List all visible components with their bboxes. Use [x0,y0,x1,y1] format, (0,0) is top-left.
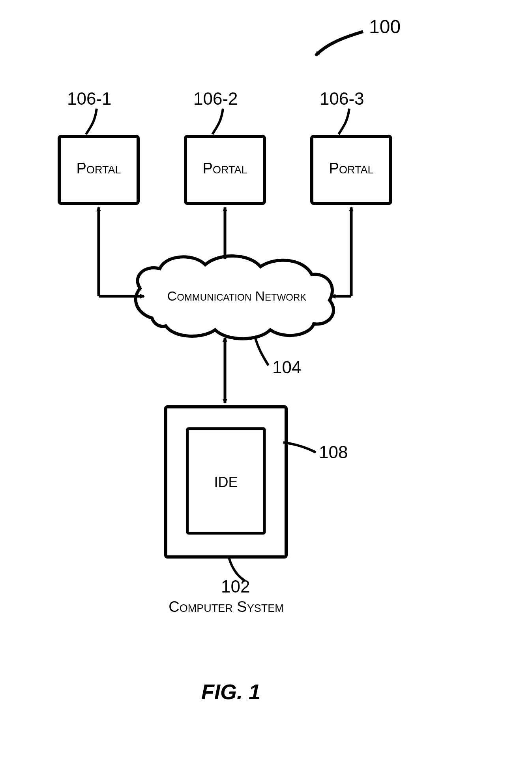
network-ref: 104 [272,357,301,377]
diagram-svg [0,0,532,775]
system-architecture-diagram: 100 106-1 106-2 106-3 Portal Portal Port… [0,0,532,775]
portal3-ref: 106-3 [320,89,364,109]
figure-caption: FIG. 1 [201,679,260,704]
portal3-label: Portal [324,160,379,177]
computer-ref: 102 [221,577,250,596]
portal2-ref: 106-2 [193,89,238,109]
ide-ref: 108 [319,442,348,462]
portal1-label: Portal [71,160,126,177]
system-ref-label: 100 [369,16,401,38]
ide-label: IDE [205,474,247,491]
computer-label: Computer System [158,598,294,615]
portal2-label: Portal [197,160,253,177]
portal1-ref: 106-1 [67,89,112,109]
network-label: Communication Network [146,288,328,304]
